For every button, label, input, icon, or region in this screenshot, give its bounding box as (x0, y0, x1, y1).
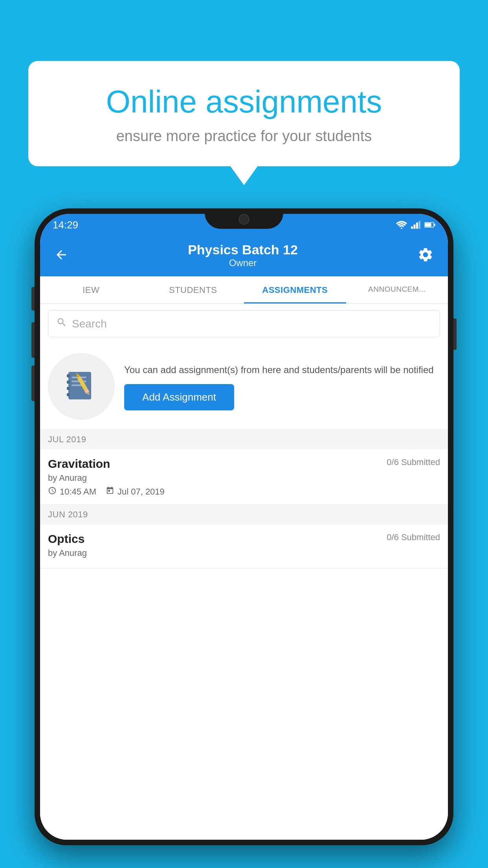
phone-screen: 14:29 (40, 214, 448, 840)
assignment-by: by Anurag (48, 473, 440, 483)
search-input[interactable]: Search (48, 310, 440, 337)
tab-students[interactable]: STUDENTS (142, 276, 244, 303)
assignment-item-gravitation[interactable]: Gravitation 0/6 Submitted by Anurag (40, 449, 448, 505)
promo-icon-circle (48, 353, 115, 420)
svg-rect-7 (434, 224, 435, 226)
assignment-item-optics[interactable]: Optics 0/6 Submitted by Anurag (40, 524, 448, 569)
status-time: 14:29 (53, 219, 78, 231)
date-value: Jul 07, 2019 (117, 487, 165, 497)
header-title: Physics Batch 12 (72, 242, 414, 257)
svg-rect-10 (67, 381, 70, 384)
header-center: Physics Batch 12 Owner (72, 242, 414, 268)
clock-icon (48, 486, 57, 497)
promo-content: You can add assignment(s) from here and … (124, 363, 440, 410)
svg-rect-2 (414, 224, 416, 229)
speech-bubble-title: Online assignments (56, 85, 432, 119)
phone-outer: 14:29 (35, 208, 453, 845)
volume-button-1 (31, 287, 35, 311)
search-icon (56, 317, 67, 331)
signal-icon (411, 221, 420, 229)
svg-rect-6 (425, 223, 431, 227)
speech-bubble: Online assignments ensure more practice … (28, 61, 460, 166)
svg-rect-4 (419, 221, 421, 229)
svg-point-0 (401, 228, 402, 229)
tab-iew[interactable]: IEW (40, 276, 142, 303)
back-button[interactable] (51, 245, 72, 267)
assignment-time: 10:45 AM (48, 486, 96, 497)
volume-button-2 (31, 322, 35, 358)
notebook-pencil-icon (64, 369, 99, 404)
tab-announcements[interactable]: ANNOUNCEM... (346, 276, 448, 303)
phone-device: 14:29 (35, 208, 453, 868)
search-placeholder: Search (72, 318, 107, 330)
front-camera (238, 214, 250, 225)
speech-bubble-container: Online assignments ensure more practice … (28, 61, 460, 166)
svg-rect-1 (411, 226, 413, 229)
add-assignment-button[interactable]: Add Assignment (124, 384, 234, 410)
settings-button[interactable] (414, 243, 437, 268)
time-value: 10:45 AM (60, 487, 96, 497)
speech-bubble-subtitle: ensure more practice for your students (56, 128, 432, 145)
svg-rect-9 (67, 374, 70, 377)
back-arrow-icon (54, 248, 68, 262)
tab-assignments[interactable]: ASSIGNMENTS (244, 276, 346, 303)
phone-notch (205, 208, 283, 229)
svg-rect-12 (67, 393, 70, 396)
svg-rect-11 (67, 387, 70, 390)
assignment-submitted: 0/6 Submitted (387, 457, 440, 467)
wifi-icon (396, 221, 407, 229)
assignment-header-optics: Optics 0/6 Submitted (48, 532, 440, 546)
status-icons (396, 221, 435, 229)
assignment-by-optics: by Anurag (48, 548, 440, 558)
gear-icon (417, 246, 434, 263)
svg-rect-3 (416, 223, 418, 229)
tabs-container: IEW STUDENTS ASSIGNMENTS ANNOUNCEM... (40, 276, 448, 304)
search-container: Search (40, 304, 448, 344)
promo-section: You can add assignment(s) from here and … (40, 344, 448, 430)
app-header: Physics Batch 12 Owner (40, 236, 448, 276)
header-subtitle: Owner (72, 257, 414, 268)
content-area: Search (40, 304, 448, 840)
month-separator-jul: JUL 2019 (40, 430, 448, 449)
assignment-meta: 10:45 AM Jul 07, 2019 (48, 486, 440, 497)
calendar-icon (106, 486, 114, 497)
battery-icon (424, 222, 435, 228)
volume-button-3 (31, 366, 35, 401)
assignment-date: Jul 07, 2019 (106, 486, 165, 497)
assignment-submitted-optics: 0/6 Submitted (387, 532, 440, 542)
assignment-name: Gravitation (48, 457, 110, 471)
assignment-name-optics: Optics (48, 532, 84, 546)
month-separator-jun: JUN 2019 (40, 505, 448, 524)
page-background: Online assignments ensure more practice … (0, 0, 488, 868)
promo-text: You can add assignment(s) from here and … (124, 363, 440, 377)
power-button (453, 318, 457, 350)
assignment-header: Gravitation 0/6 Submitted (48, 457, 440, 471)
